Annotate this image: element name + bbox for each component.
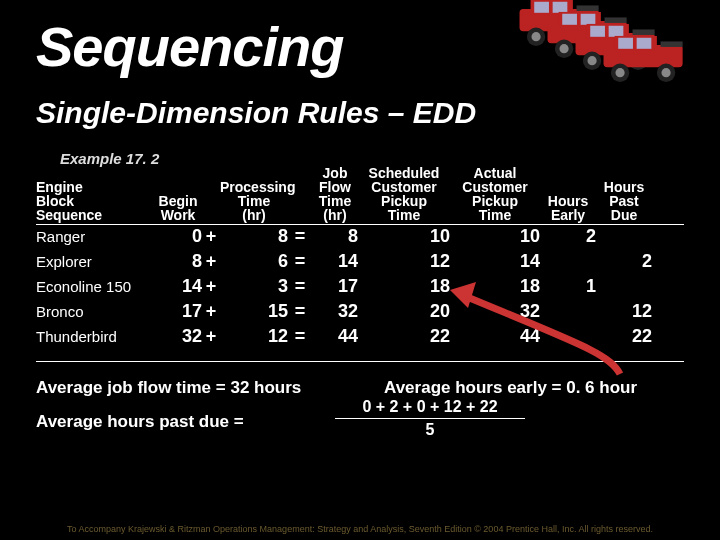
svg-rect-30 [637, 38, 652, 49]
table-row: Thunderbird32+12=44224422 [36, 324, 652, 349]
col-early: Hours Early [540, 194, 596, 222]
cell-proc: 15 [220, 301, 288, 322]
table-row: Explorer8+6=1412142 [36, 249, 652, 274]
fraction-numerator: 0 + 2 + 0 + 12 + 22 [320, 398, 540, 416]
cell-act: 44 [450, 326, 540, 347]
svg-point-32 [615, 68, 624, 77]
avg-early-text: Average hours early = 0. 6 hour [384, 378, 637, 398]
cell-act: 18 [450, 276, 540, 297]
cell-plus: + [202, 326, 220, 347]
svg-point-5 [531, 32, 540, 41]
table-row: Econoline 15014+3=1718181 [36, 274, 652, 299]
avg-past-text: Average hours past due = [36, 412, 244, 432]
cell-plus: + [202, 301, 220, 322]
header-rule [36, 224, 684, 225]
cell-name: Explorer [36, 253, 154, 270]
col-name: Engine Block Sequence [36, 180, 154, 222]
cell-plus: + [202, 251, 220, 272]
cell-past: 12 [596, 301, 652, 322]
cell-flow: 17 [312, 276, 358, 297]
cell-past: 2 [596, 251, 652, 272]
cell-early: 1 [540, 276, 596, 297]
col-flow: Job Flow Time (hr) [312, 166, 358, 222]
table-header-row: Engine Block Sequence Begin Work Process… [36, 164, 652, 222]
car-graphic [514, 0, 714, 94]
cell-begin: 32 [154, 326, 202, 347]
cell-past: 22 [596, 326, 652, 347]
cell-proc: 8 [220, 226, 288, 247]
cell-eq: = [288, 251, 312, 272]
cell-eq: = [288, 226, 312, 247]
cell-sched: 10 [358, 226, 450, 247]
svg-rect-35 [661, 41, 683, 47]
cell-eq: = [288, 326, 312, 347]
table-row: Bronco17+15=32203212 [36, 299, 652, 324]
cell-act: 10 [450, 226, 540, 247]
svg-point-34 [661, 68, 670, 77]
cell-flow: 32 [312, 301, 358, 322]
cell-flow: 44 [312, 326, 358, 347]
avg-flow-text: Average job flow time = 32 hours [36, 378, 301, 398]
page-subtitle: Single-Dimension Rules – EDD [36, 96, 476, 130]
cell-name: Bronco [36, 303, 154, 320]
cell-flow: 8 [312, 226, 358, 247]
cell-name: Thunderbird [36, 328, 154, 345]
fraction-line [335, 418, 525, 419]
cell-proc: 6 [220, 251, 288, 272]
cell-eq: = [288, 301, 312, 322]
col-actual: Actual Customer Pickup Time [450, 166, 540, 222]
svg-point-14 [559, 44, 568, 53]
col-past: Hours Past Due [596, 180, 652, 222]
total-rule [36, 361, 684, 362]
cell-plus: + [202, 276, 220, 297]
cell-sched: 20 [358, 301, 450, 322]
col-begin: Begin Work [154, 194, 202, 222]
svg-point-23 [587, 56, 596, 65]
page-title: Sequencing [36, 14, 343, 79]
cell-sched: 18 [358, 276, 450, 297]
cell-act: 32 [450, 301, 540, 322]
cell-act: 14 [450, 251, 540, 272]
cell-eq: = [288, 276, 312, 297]
cell-proc: 3 [220, 276, 288, 297]
cell-begin: 0 [154, 226, 202, 247]
cell-name: Ranger [36, 228, 154, 245]
cell-early: 2 [540, 226, 596, 247]
cell-name: Econoline 150 [36, 278, 154, 295]
cell-proc: 12 [220, 326, 288, 347]
edd-table: Engine Block Sequence Begin Work Process… [36, 164, 652, 349]
cell-begin: 8 [154, 251, 202, 272]
cell-sched: 12 [358, 251, 450, 272]
cell-plus: + [202, 226, 220, 247]
cell-flow: 14 [312, 251, 358, 272]
avg-past-fraction: 0 + 2 + 0 + 12 + 22 5 [320, 398, 540, 439]
footer-text: To Accompany Krajewski & Ritzman Operati… [0, 524, 720, 534]
svg-rect-29 [618, 38, 633, 49]
col-scheduled: Scheduled Customer Pickup Time [358, 166, 450, 222]
col-processing: Processing Time (hr) [220, 180, 288, 222]
cell-begin: 14 [154, 276, 202, 297]
table-row: Ranger0+8=810102 [36, 224, 652, 249]
cell-sched: 22 [358, 326, 450, 347]
fraction-denominator: 5 [320, 421, 540, 439]
cell-begin: 17 [154, 301, 202, 322]
